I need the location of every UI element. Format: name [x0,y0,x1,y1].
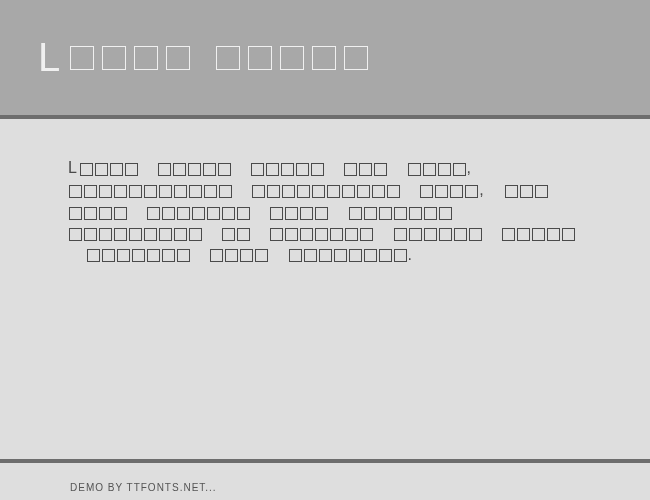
header-bar: L [0,0,650,115]
footer-bar: DEMO BY TTFONTS.NET... [0,463,650,500]
content-area: L , , . [0,119,650,459]
body-paragraph: L , , . [68,157,582,266]
header-title: L [38,35,370,80]
footer-credit: DEMO BY TTFONTS.NET... [70,482,217,493]
